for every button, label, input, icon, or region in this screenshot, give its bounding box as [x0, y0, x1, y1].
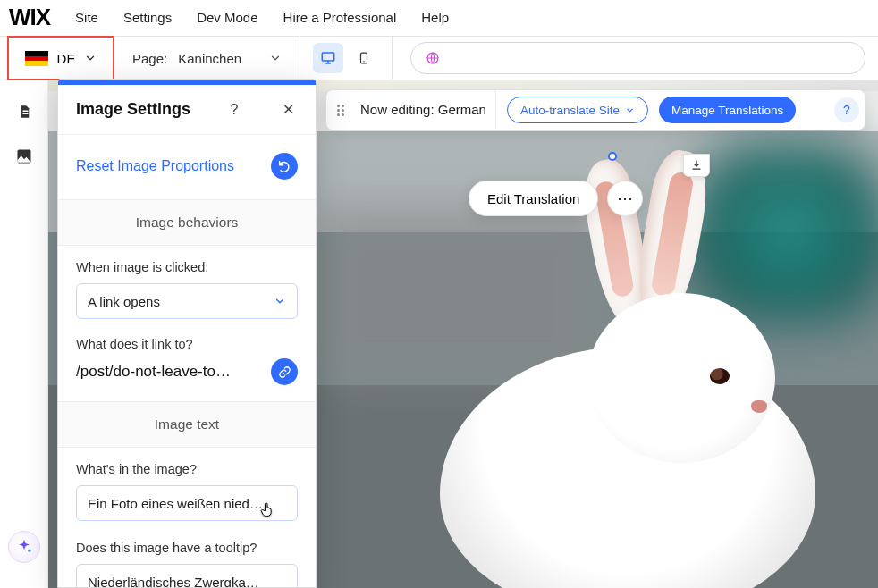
menu-hire-professional[interactable]: Hire a Professional	[283, 10, 397, 25]
undo-icon	[277, 159, 291, 173]
svg-rect-5	[22, 113, 28, 115]
device-switcher	[300, 37, 393, 80]
chevron-down-icon	[84, 52, 97, 64]
editing-bar: Now editing: German Auto-translate Site …	[325, 89, 865, 130]
panel-close-button[interactable]: ✕	[278, 101, 298, 118]
link-target-field: What does it link to? /post/do-not-leave…	[58, 324, 316, 402]
url-bar[interactable]	[410, 42, 865, 74]
auto-translate-button[interactable]: Auto-translate Site	[507, 97, 648, 123]
page-label: Page:	[132, 51, 167, 66]
floating-translation-actions: Edit Translation ···	[469, 181, 643, 216]
link-icon	[278, 365, 291, 379]
document-icon	[16, 103, 32, 121]
ruler-handle[interactable]	[608, 152, 617, 161]
page-selector[interactable]: Page: Kaninchen	[114, 37, 300, 80]
url-bar-wrap	[393, 42, 878, 74]
editing-help-button[interactable]: ?	[834, 97, 859, 122]
reset-proportions-link[interactable]: Reset Image Proportions	[76, 158, 234, 174]
rail-media-button[interactable]	[14, 147, 34, 166]
sparkle-icon	[15, 538, 33, 556]
reset-proportions-row: Reset Image Proportions	[58, 135, 316, 200]
svg-rect-4	[22, 111, 28, 113]
rabbit-head	[587, 293, 775, 463]
flag-germany-icon	[25, 51, 48, 66]
manage-translations-label: Manage Translations	[671, 104, 783, 117]
language-code: DE	[57, 51, 76, 66]
click-action-label: When image is clicked:	[76, 260, 298, 274]
desktop-icon	[319, 50, 337, 66]
mobile-view-button[interactable]	[349, 43, 379, 73]
menu-site[interactable]: Site	[75, 10, 98, 25]
chevron-down-icon	[625, 105, 635, 115]
top-menu-bar: WIX Site Settings Dev Mode Hire a Profes…	[0, 0, 878, 36]
rabbit-image[interactable]	[386, 204, 869, 588]
editing-label: Now editing: German	[360, 90, 496, 130]
download-icon	[690, 159, 703, 172]
panel-title: Image Settings	[76, 100, 190, 119]
rabbit-eye	[710, 368, 730, 384]
auto-translate-label: Auto-translate Site	[520, 104, 620, 117]
chevron-down-icon	[269, 52, 282, 64]
ellipsis-icon: ···	[617, 189, 633, 208]
toolbar: DE Page: Kaninchen	[0, 36, 878, 80]
image-icon	[15, 147, 33, 165]
edit-translation-button[interactable]: Edit Translation	[469, 181, 598, 216]
page-value: Kaninchen	[178, 51, 258, 66]
svg-point-7	[28, 550, 30, 552]
menu-dev-mode[interactable]: Dev Mode	[197, 10, 257, 25]
image-settings-panel: Image Settings ? ✕ Reset Image Proportio…	[57, 79, 317, 588]
globe-icon	[426, 51, 440, 65]
editing-label-prefix: Now editing:	[360, 102, 438, 117]
rabbit-nose	[751, 400, 767, 413]
download-chip[interactable]	[683, 154, 710, 177]
menu-settings[interactable]: Settings	[123, 10, 172, 25]
click-action-field: When image is clicked: A link opens	[58, 246, 316, 324]
behaviors-section-header: Image behaviors	[58, 200, 316, 246]
manage-translations-button[interactable]: Manage Translations	[659, 97, 796, 123]
svg-rect-0	[322, 53, 334, 61]
rail-ai-button[interactable]	[8, 531, 40, 563]
question-icon: ?	[843, 103, 850, 117]
wix-logo: WIX	[9, 4, 50, 31]
revert-button[interactable]	[271, 153, 298, 180]
edit-link-button[interactable]	[271, 358, 298, 385]
panel-header: Image Settings ? ✕	[58, 85, 316, 135]
click-action-value: A link opens	[88, 294, 160, 309]
editing-label-lang: German	[438, 102, 486, 117]
more-actions-button[interactable]: ···	[607, 181, 643, 216]
click-action-select[interactable]: A link opens	[76, 283, 298, 319]
rail-pages-button[interactable]	[14, 102, 34, 122]
alt-text-label: What's in the image?	[76, 462, 298, 476]
tooltip-value: Niederländisches Zwergka…	[88, 575, 259, 589]
tooltip-field: Does this image have a tooltip? Niederlä…	[58, 526, 316, 588]
mobile-icon	[358, 49, 370, 67]
left-rail	[0, 80, 48, 588]
desktop-view-button[interactable]	[313, 43, 343, 73]
panel-help-button[interactable]: ?	[224, 102, 244, 118]
alt-text-input[interactable]: Ein Foto eines weißen nied…	[76, 485, 298, 521]
link-target-label: What does it link to?	[76, 337, 298, 351]
drag-handle-icon[interactable]	[332, 105, 350, 116]
alt-text-value: Ein Foto eines weißen nied…	[88, 496, 263, 511]
svg-point-2	[364, 61, 365, 62]
link-target-value: /post/do-not-leave-to…	[76, 363, 262, 381]
alt-text-field: What's in the image? Ein Foto eines weiß…	[58, 448, 316, 526]
edit-translation-label: Edit Translation	[487, 191, 579, 206]
tooltip-input[interactable]: Niederländisches Zwergka…	[76, 564, 298, 588]
menu-help[interactable]: Help	[421, 10, 449, 25]
chevron-down-icon	[274, 295, 286, 307]
language-selector[interactable]: DE	[7, 36, 114, 80]
tooltip-label: Does this image have a tooltip?	[76, 541, 298, 555]
image-text-section-header: Image text	[58, 402, 316, 448]
